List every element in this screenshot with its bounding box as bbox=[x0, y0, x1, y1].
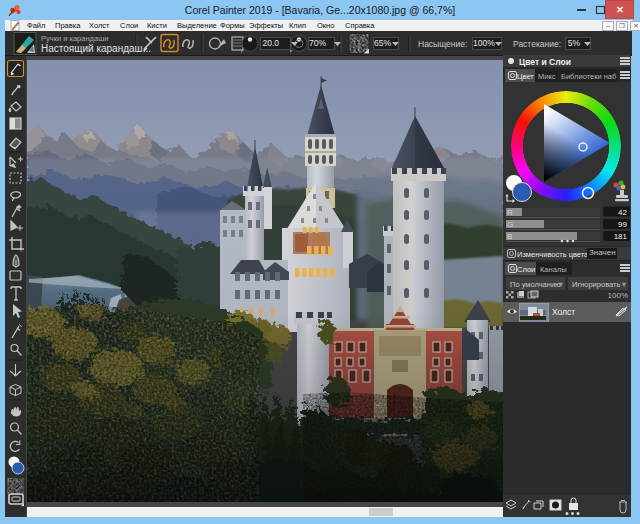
svg-text:100%: 100% bbox=[608, 291, 628, 300]
svg-text:B: B bbox=[507, 232, 512, 241]
svg-text:99: 99 bbox=[618, 220, 627, 229]
svg-text:42: 42 bbox=[618, 208, 627, 217]
svg-text:G: G bbox=[507, 220, 513, 229]
svg-text:181: 181 bbox=[614, 232, 628, 241]
svg-text:R: R bbox=[507, 208, 513, 217]
